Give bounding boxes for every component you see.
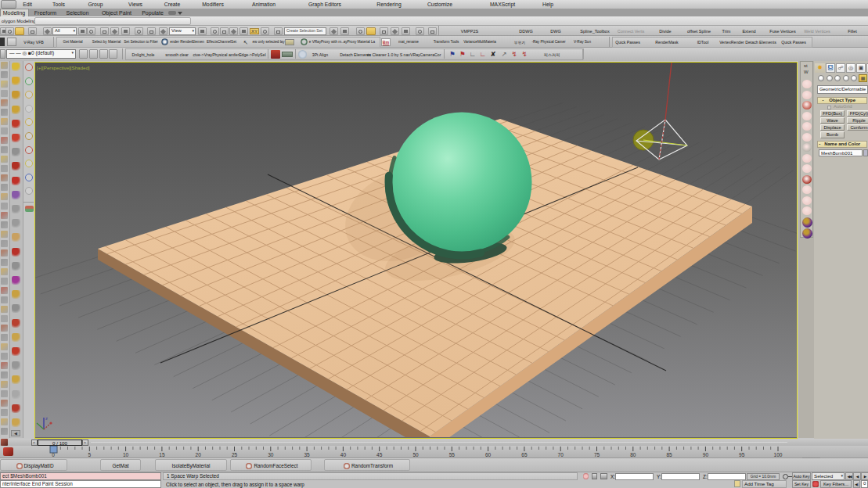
svg-text:65: 65	[521, 452, 528, 458]
svg-text:5: 5	[88, 452, 91, 458]
svg-text:z: z	[45, 416, 48, 421]
svg-text:45: 45	[376, 452, 383, 458]
svg-text:40: 40	[340, 452, 347, 458]
svg-text:75: 75	[594, 452, 600, 458]
svg-text:55: 55	[449, 452, 456, 458]
svg-text:15: 15	[159, 452, 165, 458]
svg-text:95: 95	[739, 452, 745, 458]
svg-text:25: 25	[232, 452, 238, 458]
svg-text:[+][Perspective][Shaded]: [+][Perspective][Shaded]	[37, 65, 90, 70]
svg-text:85: 85	[666, 452, 672, 458]
svg-text:35: 35	[304, 452, 310, 458]
svg-text:70: 70	[558, 452, 564, 458]
svg-text:30: 30	[268, 452, 274, 458]
svg-text:90: 90	[703, 452, 709, 458]
svg-text:60: 60	[485, 452, 492, 458]
svg-text:10: 10	[123, 452, 129, 458]
svg-text:100: 100	[774, 452, 783, 458]
svg-text:50: 50	[412, 452, 419, 458]
svg-text:20: 20	[196, 452, 202, 458]
svg-text:80: 80	[630, 452, 636, 458]
